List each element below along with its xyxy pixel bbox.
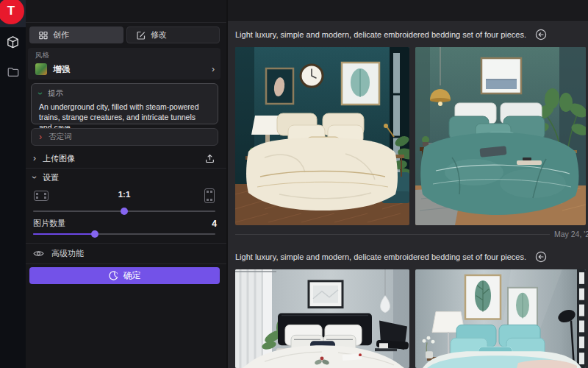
style-label: 风格 (35, 51, 49, 60)
confirm-button[interactable]: 确定 (29, 267, 220, 284)
panel-divider (26, 243, 226, 244)
image-count-slider[interactable] (33, 230, 215, 238)
image-count-row: 图片数量 4 (33, 218, 217, 229)
style-value: 增强 (53, 64, 206, 75)
slider-fill (33, 233, 95, 235)
negative-words-section[interactable]: › 否定词 (31, 128, 218, 146)
tab-create[interactable]: 创作 (29, 26, 123, 43)
confirm-button-label: 确定 (123, 269, 141, 282)
app-window: T 创作 修改 风格 增强 (0, 0, 588, 368)
aspect-ratio-value: 1:1 (28, 190, 220, 199)
tab-create-label: 创作 (53, 29, 69, 40)
assets-nav-folder-icon[interactable] (5, 64, 21, 79)
chevron-down-icon: › (30, 176, 39, 179)
advanced-features-toggle[interactable]: 高级功能 (28, 247, 220, 260)
style-card[interactable]: 风格 增强 › (28, 48, 220, 79)
generated-image[interactable] (415, 269, 586, 368)
divider-line (235, 234, 550, 235)
aspect-ratio-slider[interactable] (33, 207, 215, 216)
tab-edit[interactable]: 修改 (126, 26, 220, 43)
reuse-prompt-icon[interactable] (535, 251, 547, 263)
date-divider: May 24, '24 (235, 229, 588, 239)
generation-prompt-bar: Light luxury, simple and modern, delicat… (235, 26, 587, 43)
tab-edit-label: 修改 (151, 29, 167, 40)
generated-image[interactable] (235, 47, 409, 225)
panel-divider (26, 22, 226, 23)
crescent-moon-icon (109, 271, 118, 280)
edit-pencil-icon (137, 31, 146, 40)
advanced-features-label: 高级功能 (51, 248, 84, 259)
control-panel: 创作 修改 风格 增强 › › 提示 An underground city, … (26, 0, 226, 368)
chevron-down-icon: › (36, 92, 45, 95)
slider-thumb[interactable] (91, 230, 98, 238)
icon-rail: T (0, 0, 26, 368)
settings-section-header[interactable]: › 设置 (28, 171, 220, 184)
generation-date: May 24, '24 (554, 230, 588, 238)
upload-image-label: 上传图像 (43, 153, 75, 164)
gallery-top-strip (228, 0, 588, 21)
panel-divider (26, 263, 226, 264)
image-row (235, 269, 587, 368)
image-row (235, 47, 587, 225)
gallery-main: Light luxury, simple and modern, delicat… (226, 0, 588, 368)
image-count-value: 4 (212, 219, 217, 229)
negative-words-label: 否定词 (49, 132, 72, 142)
style-thumbnail (35, 63, 47, 75)
upload-icon[interactable] (205, 154, 215, 163)
upload-image-section[interactable]: › 上传图像 (28, 150, 220, 166)
generate-nav-cube-icon[interactable] (5, 35, 21, 50)
chevron-right-icon: › (39, 132, 42, 141)
prompt-card[interactable]: › 提示 An underground city, filled with st… (31, 83, 218, 124)
avatar-letter: T (7, 4, 15, 18)
reuse-prompt-icon[interactable] (535, 29, 547, 40)
prompt-label: 提示 (48, 88, 63, 99)
settings-label: 设置 (43, 172, 59, 183)
prompt-header: › 提示 (39, 88, 210, 99)
generation-prompt-text: Light luxury, simple and modern, delicat… (235, 252, 526, 261)
slider-thumb[interactable] (121, 208, 128, 215)
portrait-ratio-icon[interactable] (204, 188, 215, 203)
generated-image[interactable] (415, 47, 586, 225)
eye-icon (33, 250, 44, 258)
grid-icon (39, 31, 48, 40)
generation-prompt-text: Light luxury, simple and modern, delicat… (235, 30, 526, 39)
generated-image[interactable] (235, 269, 409, 368)
aspect-ratio-row: 1:1 (28, 187, 220, 206)
image-count-label: 图片数量 (33, 218, 65, 229)
chevron-right-icon: › (33, 154, 36, 163)
panel-divider (26, 168, 226, 169)
generation-prompt-bar: Light luxury, simple and modern, delicat… (235, 249, 587, 265)
chevron-right-icon: › (212, 65, 215, 74)
style-row: 增强 › (35, 61, 215, 77)
